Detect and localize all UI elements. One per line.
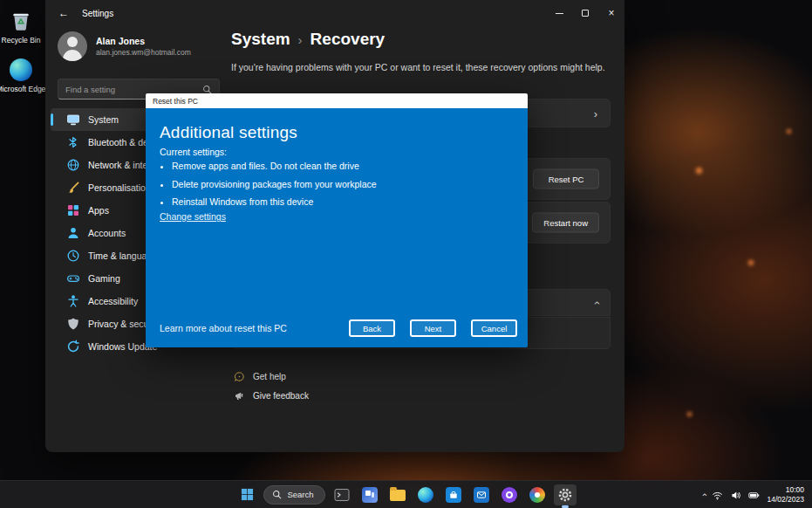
office-icon <box>502 487 517 503</box>
windows-logo-icon <box>241 488 254 501</box>
back-arrow-icon: ← <box>58 7 69 19</box>
hidden-icons-chevron-icon[interactable]: › <box>699 493 709 497</box>
clock-time: 10:00 <box>767 485 804 495</box>
recycle-bin-shortcut[interactable]: Recycle Bin <box>0 9 46 45</box>
back-button[interactable]: ← <box>52 4 75 22</box>
reset-pc-dialog: Reset this PC Additional settings Curren… <box>146 93 528 347</box>
widgets-app-button[interactable] <box>358 484 381 505</box>
taskbar-search-label: Search <box>287 490 313 499</box>
battery-icon[interactable] <box>748 490 760 501</box>
avatar <box>58 31 87 61</box>
brush-icon <box>66 181 80 195</box>
help-bubble-icon <box>234 371 245 382</box>
globe-icon <box>66 158 80 172</box>
store-icon <box>446 487 461 503</box>
start-button[interactable] <box>235 484 258 505</box>
taskbar: Search › <box>0 480 812 508</box>
apps-grid-icon <box>66 203 80 217</box>
feedback-megaphone-icon <box>234 390 245 402</box>
minimize-button[interactable] <box>546 0 572 26</box>
change-settings-link[interactable]: Change settings <box>160 211 226 222</box>
next-dialog-button[interactable]: Next <box>410 319 456 337</box>
breadcrumb-system[interactable]: System <box>231 30 290 49</box>
setting-bullet: Delete provisioning packages from your w… <box>172 179 377 189</box>
dialog-body: Additional settings Current settings: Re… <box>146 108 528 347</box>
microsoft-edge-shortcut[interactable]: Microsoft Edge <box>0 58 46 93</box>
shield-icon <box>66 317 80 331</box>
settings-gear-icon <box>557 487 573 503</box>
dialog-buttons: Back Next Cancel <box>349 319 517 337</box>
cancel-dialog-button[interactable]: Cancel <box>471 319 517 337</box>
chevron-up-icon: › <box>590 300 601 304</box>
restart-now-button[interactable]: Restart now <box>532 213 599 233</box>
gamepad-icon <box>66 271 80 285</box>
get-help-label: Get help <box>253 372 286 381</box>
store-app-button[interactable] <box>442 484 465 505</box>
photos-app-button[interactable] <box>526 484 549 505</box>
get-help-link[interactable]: Get help <box>234 371 286 382</box>
volume-icon[interactable] <box>730 490 741 501</box>
desktop-icon-label: Recycle Bin <box>0 36 46 45</box>
setting-bullet: Remove apps and files. Do not clean the … <box>172 161 377 171</box>
sidebar-item-label: System <box>88 114 119 125</box>
user-name: Alan Jones <box>96 36 191 46</box>
chevron-right-icon: › <box>594 107 597 119</box>
search-input[interactable] <box>58 85 202 94</box>
edge-icon <box>9 58 33 82</box>
sidebar-item-label: Apps <box>88 205 109 216</box>
reset-pc-button[interactable]: Reset PC <box>533 169 599 189</box>
wifi-icon[interactable] <box>712 490 723 501</box>
user-profile: Alan Jones alan.jones.wm@hotmail.com <box>58 31 191 61</box>
clock-date: 14/02/2023 <box>767 495 804 505</box>
maximize-icon <box>582 10 589 17</box>
wallpaper-glow-dot <box>748 260 754 265</box>
current-settings-list: Remove apps and files. Do not clean the … <box>160 161 377 215</box>
page-description: If you're having problems with your PC o… <box>231 62 622 72</box>
system-tray: › 10:00 14/02/2023 <box>702 481 804 508</box>
search-icon <box>272 490 282 499</box>
maximize-button[interactable] <box>572 0 598 26</box>
close-icon: × <box>608 8 614 18</box>
mail-app-button[interactable] <box>470 484 493 505</box>
settings-app-button[interactable] <box>554 484 577 505</box>
accessibility-icon <box>66 294 80 308</box>
dialog-titlebar: Reset this PC <box>146 93 528 108</box>
back-dialog-button[interactable]: Back <box>349 319 395 337</box>
page-title: Recovery <box>310 30 386 49</box>
file-explorer-button[interactable] <box>386 484 409 505</box>
edge-app-button[interactable] <box>414 484 437 505</box>
setting-bullet: Reinstall Windows from this device <box>172 196 377 207</box>
sidebar-item-label: Personalisation <box>88 182 151 193</box>
window-controls: × <box>546 0 624 26</box>
person-icon <box>66 226 80 240</box>
taskbar-search[interactable]: Search <box>263 485 324 505</box>
learn-more-link[interactable]: Learn more about reset this PC <box>160 323 287 333</box>
window-titlebar: ← Settings × <box>45 0 624 26</box>
dialog-heading: Additional settings <box>160 123 297 142</box>
mail-icon <box>474 487 489 503</box>
file-explorer-icon <box>390 490 406 501</box>
update-icon <box>66 340 80 354</box>
wallpaper-glow-dot <box>687 412 692 416</box>
current-settings-label: Current settings: <box>160 147 227 157</box>
bluetooth-icon <box>66 135 80 149</box>
recycle-bin-icon <box>9 9 33 33</box>
sidebar-item-label: Accessibility <box>88 296 138 306</box>
close-button[interactable]: × <box>598 0 624 26</box>
sidebar-item-label: Accounts <box>88 228 126 238</box>
taskbar-clock[interactable]: 10:00 14/02/2023 <box>767 485 804 505</box>
minimize-icon <box>556 13 563 14</box>
desktop-icon-label: Microsoft Edge <box>0 85 46 93</box>
breadcrumb: System › Recovery <box>231 30 385 49</box>
give-feedback-link[interactable]: Give feedback <box>234 390 309 402</box>
search-icon <box>202 85 212 94</box>
edge-icon <box>418 487 433 503</box>
breadcrumb-separator-icon: › <box>298 32 303 47</box>
terminal-app-button[interactable] <box>331 484 353 505</box>
give-feedback-label: Give feedback <box>253 391 309 401</box>
dialog-title: Reset this PC <box>153 97 198 106</box>
office-app-button[interactable] <box>498 484 521 505</box>
wallpaper-glow-dot <box>787 129 791 134</box>
sidebar-item-label: Gaming <box>88 273 120 284</box>
terminal-icon <box>334 488 350 502</box>
